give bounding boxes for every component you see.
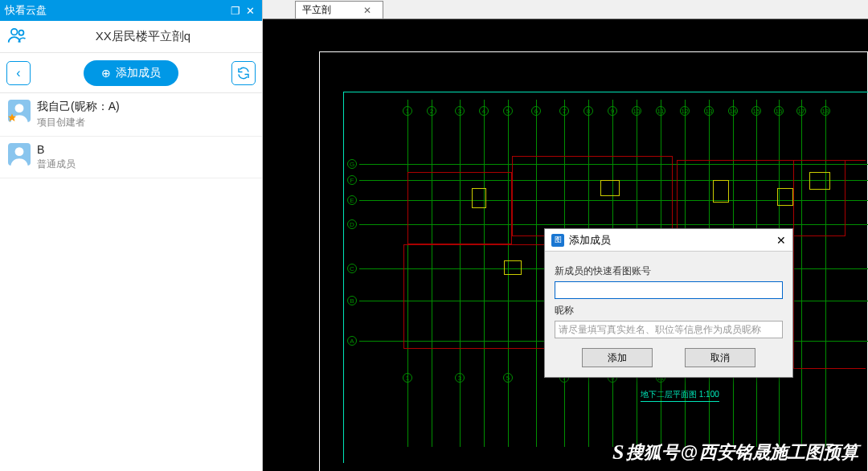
account-input[interactable] — [555, 281, 783, 299]
svg-point-0 — [11, 29, 18, 35]
owner-star-icon — [8, 113, 18, 122]
dialog-titlebar[interactable]: 图 添加成员 ✕ — [545, 229, 792, 252]
svg-point-3 — [15, 147, 24, 156]
cad-canvas[interactable]: G F E D C B A 1 2 3 4 5 6 7 8 9 10 11 12… — [263, 19, 868, 471]
watermark-prefix: 搜狐号 — [626, 440, 679, 465]
watermark-at: @ — [681, 442, 698, 463]
back-button[interactable]: ‹ — [6, 61, 31, 85]
member-role: 项目创建者 — [37, 116, 120, 129]
dialog-cancel-button[interactable]: 取消 — [685, 348, 755, 367]
chevron-left-icon: ‹ — [16, 66, 20, 80]
dialog-add-button[interactable]: 添加 — [582, 348, 653, 367]
drawing-title-label: 地下二层平面图 1:100 — [641, 389, 719, 402]
avatar — [8, 143, 31, 166]
sidebar-window-title: 快看云盘 — [5, 3, 47, 18]
watermark-logo-icon: S — [612, 440, 624, 465]
nickname-input[interactable] — [555, 321, 783, 338]
nickname-field-label: 昵称 — [555, 304, 783, 317]
panel-detach-icon[interactable]: ❐ — [228, 5, 243, 17]
member-row[interactable]: B 普通成员 — [0, 137, 262, 178]
main-area: 平立剖 ✕ G F E D C B A 1 2 3 4 5 6 7 8 9 10 — [263, 0, 868, 471]
add-member-label: 添加成员 — [116, 66, 161, 80]
panel-close-icon[interactable]: ✕ — [243, 5, 257, 17]
sidebar-titlebar: 快看云盘 ❐ ✕ — [0, 0, 262, 21]
member-name: 我自己(昵称：A) — [37, 100, 120, 114]
sidebar-header: XX居民楼平立剖q — [0, 21, 262, 53]
watermark-name: 西安铭晟施工图预算 — [699, 440, 858, 465]
member-row[interactable]: 我自己(昵称：A) 项目创建者 — [0, 93, 262, 137]
svg-point-1 — [18, 31, 23, 35]
refresh-button[interactable] — [231, 61, 256, 85]
members-icon — [6, 25, 31, 48]
add-member-dialog: 图 添加成员 ✕ 新成员的快速看图账号 昵称 添加 取消 — [544, 228, 793, 378]
sidebar-panel: 快看云盘 ❐ ✕ XX居民楼平立剖q ‹ ⊕ 添加成员 — [0, 0, 263, 471]
svg-point-2 — [15, 104, 24, 113]
tab-drawing[interactable]: 平立剖 ✕ — [295, 1, 383, 18]
app-icon: 图 — [551, 234, 564, 247]
avatar — [8, 100, 31, 122]
sidebar-toolbar: ‹ ⊕ 添加成员 — [0, 53, 262, 93]
dialog-close-icon[interactable]: ✕ — [776, 234, 786, 247]
member-role: 普通成员 — [37, 158, 76, 171]
tab-label: 平立剖 — [302, 3, 331, 17]
project-title: XX居民楼平立剖q — [31, 29, 256, 44]
account-field-label: 新成员的快速看图账号 — [555, 264, 783, 278]
dialog-title: 添加成员 — [569, 233, 611, 248]
member-name: B — [37, 143, 76, 156]
tabbar: 平立剖 ✕ — [263, 0, 868, 19]
add-member-button[interactable]: ⊕ 添加成员 — [84, 60, 178, 86]
plus-icon: ⊕ — [101, 67, 111, 80]
refresh-icon — [236, 66, 251, 80]
tab-close-icon[interactable]: ✕ — [363, 5, 371, 16]
watermark: S 搜狐号 @ 西安铭晟施工图预算 — [612, 440, 858, 465]
